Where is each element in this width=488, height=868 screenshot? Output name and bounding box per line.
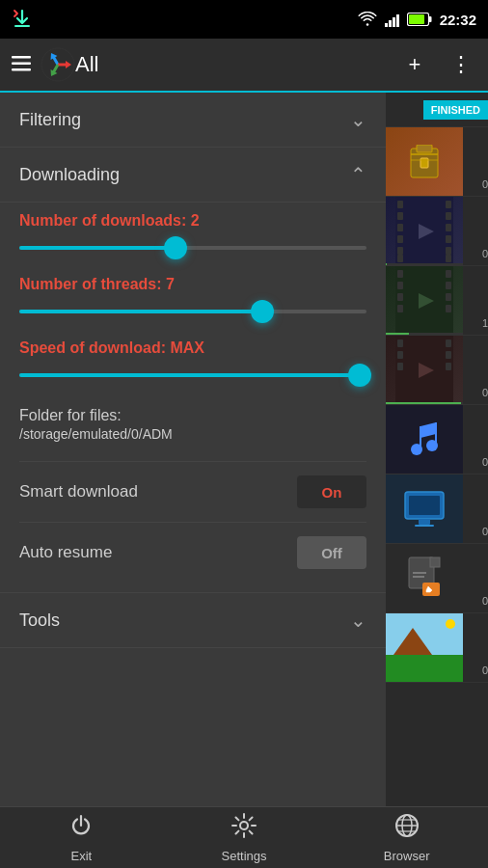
num-threads-label: Number of threads: 7 — [19, 276, 366, 293]
smart-download-row: Smart download On — [19, 461, 366, 522]
item-time: 0:00/00:00 — [478, 173, 488, 196]
image-icon — [386, 613, 463, 683]
speed-value: MAX — [170, 339, 204, 356]
speed-track — [19, 373, 366, 377]
item-time: 00:00 — [478, 520, 488, 543]
list-item[interactable]: 0:49/00:49 — [386, 336, 488, 405]
svg-rect-8 — [417, 145, 432, 152]
filtering-title: Filtering — [19, 110, 81, 130]
settings-label: Settings — [222, 849, 267, 863]
svg-rect-49 — [409, 496, 440, 515]
tools-section-header[interactable]: Tools ⌄ — [0, 592, 386, 648]
auto-resume-row: Auto resume Off — [19, 522, 366, 583]
menu-icon[interactable] — [12, 54, 31, 76]
item-info — [463, 405, 478, 474]
svg-rect-22 — [446, 235, 451, 243]
svg-rect-21 — [446, 224, 451, 231]
svg-rect-13 — [397, 201, 403, 208]
item-time: 0:00/00:00 — [478, 659, 488, 682]
speed-fill — [19, 373, 360, 377]
item-time: 1/02:52:26 — [478, 312, 488, 335]
downloading-arrow-icon: ⌃ — [350, 163, 366, 186]
downloads-panel: FINISHED 0:00/00:00 — [386, 93, 488, 806]
num-threads-thumb[interactable] — [251, 300, 274, 323]
speed-thumb[interactable] — [348, 364, 371, 387]
num-downloads-label: Number of downloads: 2 — [19, 212, 366, 230]
list-item[interactable]: 1/02:52:26 — [386, 266, 488, 336]
status-right-icons: 22:32 — [358, 12, 476, 28]
svg-rect-30 — [397, 305, 403, 312]
folder-label: Folder for files: — [19, 407, 366, 424]
svg-rect-9 — [420, 158, 428, 168]
auto-resume-label: Auto resume — [19, 543, 112, 562]
doc-icon — [386, 544, 463, 613]
list-item[interactable]: 0:00/00:00 — [386, 127, 488, 197]
browser-label: Browser — [384, 849, 430, 863]
svg-rect-29 — [397, 293, 403, 301]
svg-rect-32 — [446, 282, 451, 289]
power-icon — [68, 812, 95, 845]
app-logo — [41, 47, 75, 82]
list-item[interactable]: 0:22/00:19 — [386, 405, 488, 475]
svg-rect-2 — [409, 14, 424, 24]
svg-rect-53 — [430, 557, 440, 567]
item-info — [463, 127, 478, 196]
monitor-icon — [386, 475, 463, 544]
svg-rect-19 — [446, 201, 451, 208]
svg-rect-18 — [397, 255, 403, 262]
downloading-section-content: Number of downloads: 2 Number of threads… — [0, 203, 386, 592]
item-thumb-music — [386, 405, 463, 475]
num-downloads-fill — [19, 246, 176, 250]
num-threads-track — [19, 310, 366, 313]
filtering-section-header[interactable]: Filtering ⌄ — [0, 93, 386, 148]
smart-download-toggle[interactable]: On — [297, 475, 366, 508]
auto-resume-toggle[interactable]: Off — [297, 536, 366, 569]
item-thumb-monitor — [386, 475, 463, 544]
item-thumb-video3 — [386, 336, 463, 405]
list-item[interactable]: 00:00 — [386, 544, 488, 613]
list-item[interactable]: 00:00 — [386, 475, 488, 544]
nav-settings[interactable]: Settings — [163, 807, 326, 868]
svg-rect-4 — [12, 62, 31, 65]
finished-badge: FINISHED — [423, 100, 488, 120]
svg-rect-42 — [446, 363, 451, 370]
svg-rect-15 — [397, 224, 403, 231]
item-time: 0:22/00:19 — [478, 450, 488, 474]
item-info — [463, 197, 478, 265]
add-button[interactable]: + — [399, 49, 430, 80]
svg-rect-40 — [446, 339, 451, 347]
svg-rect-3 — [12, 56, 31, 59]
num-threads-value: 7 — [166, 276, 175, 292]
gear-icon — [230, 812, 258, 845]
num-downloads-row: Number of downloads: 2 — [19, 212, 366, 258]
item-info — [463, 266, 478, 335]
overflow-menu-button[interactable]: ⋮ — [446, 49, 476, 80]
num-threads-slider[interactable] — [19, 301, 366, 322]
tools-arrow-icon: ⌄ — [350, 609, 366, 632]
speed-label: Speed of download: MAX — [19, 339, 366, 357]
video-icon — [386, 197, 463, 266]
video-icon-2 — [386, 266, 463, 336]
status-left-icons — [12, 9, 33, 30]
num-threads-fill — [19, 310, 262, 313]
nav-exit[interactable]: Exit — [0, 807, 163, 868]
item-thumb-doc — [386, 544, 463, 613]
svg-rect-31 — [446, 270, 451, 278]
svg-rect-37 — [397, 339, 403, 347]
nav-browser[interactable]: Browser — [325, 807, 488, 868]
folder-row: Folder for files: /storage/emulated/0/AD… — [19, 403, 366, 446]
signal-icon — [385, 12, 399, 27]
downloading-section-header[interactable]: Downloading ⌃ — [0, 148, 386, 203]
item-time: 0:43/47:49 — [478, 242, 488, 265]
speed-slider[interactable] — [19, 365, 366, 386]
svg-rect-17 — [397, 247, 403, 255]
svg-rect-27 — [397, 270, 403, 278]
item-time: 00:00 — [478, 589, 488, 612]
main-content: Filtering ⌄ Downloading ⌃ Number of down… — [0, 93, 488, 806]
list-item[interactable]: 0:00/00:00 — [386, 613, 488, 683]
num-downloads-slider[interactable] — [19, 237, 366, 258]
num-downloads-thumb[interactable] — [164, 236, 187, 259]
svg-rect-34 — [446, 305, 451, 312]
list-item[interactable]: 0:43/47:49 — [386, 197, 488, 266]
smart-download-label: Smart download — [19, 482, 138, 502]
